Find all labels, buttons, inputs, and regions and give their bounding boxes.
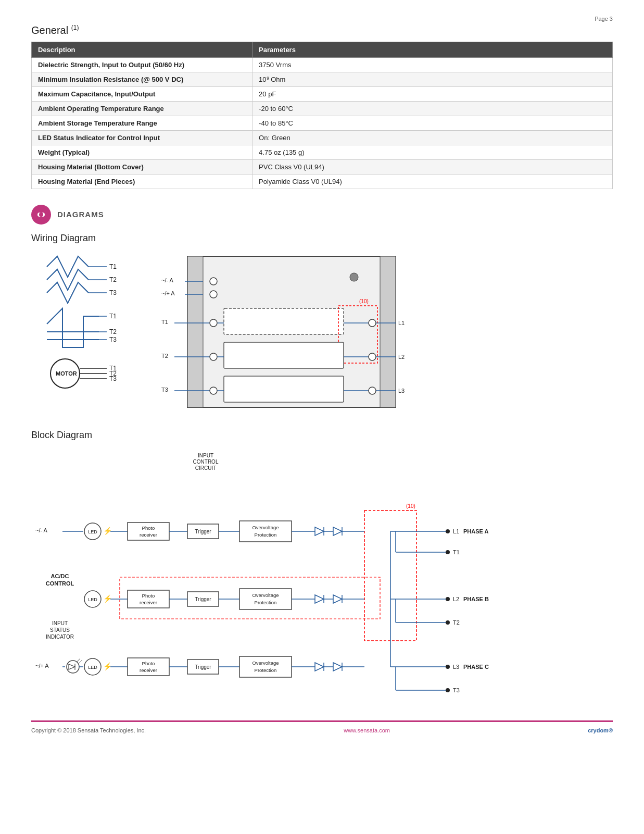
- svg-point-157: [446, 665, 450, 669]
- spec-label: Minimum Insulation Resistance (@ 500 V D…: [32, 72, 252, 86]
- svg-text:T2: T2: [109, 328, 117, 335]
- spec-label: Housing Material (Bottom Cover): [32, 159, 252, 174]
- svg-text:T3: T3: [109, 375, 117, 382]
- wiring-symbols: T1 T2 T3 T1 T2 T3 MOTOR T1 T2 T3: [31, 251, 146, 399]
- specs-table: Description Parameters Dielectric Streng…: [31, 42, 613, 189]
- svg-marker-153: [333, 663, 342, 671]
- svg-text:CONTROL: CONTROL: [193, 459, 219, 465]
- spec-label: Ambient Operating Temperature Range: [32, 101, 252, 116]
- wiring-device-diagram: ~/- A ~/+ A (10) T1 T2 T3 L1: [156, 251, 613, 414]
- svg-text:Trigger: Trigger: [195, 664, 211, 670]
- svg-text:LED: LED: [88, 529, 97, 534]
- svg-line-132: [79, 660, 82, 663]
- svg-text:L1: L1: [453, 528, 459, 534]
- svg-text:Overvoltage: Overvoltage: [252, 660, 279, 666]
- spec-value: 10⁹ Ohm: [252, 72, 613, 86]
- svg-point-115: [446, 597, 450, 601]
- svg-text:T3: T3: [109, 289, 117, 296]
- svg-point-85: [446, 529, 450, 533]
- svg-text:~/+ A: ~/+ A: [35, 663, 49, 669]
- svg-text:INDICATOR: INDICATOR: [46, 634, 74, 640]
- svg-marker-78: [315, 527, 324, 536]
- spec-value: Polyamide Class V0 (UL94): [252, 174, 613, 189]
- col-header-description: Description: [32, 42, 252, 57]
- svg-text:CIRCUIT: CIRCUIT: [195, 465, 217, 471]
- svg-rect-146: [239, 656, 292, 677]
- col-header-parameters: Parameters: [252, 42, 613, 57]
- svg-point-120: [446, 620, 450, 625]
- svg-point-55: [350, 273, 358, 281]
- svg-text:L3: L3: [453, 664, 459, 670]
- svg-marker-108: [315, 595, 324, 603]
- svg-text:~/- A: ~/- A: [161, 277, 174, 283]
- svg-text:STATUS: STATUS: [50, 627, 70, 633]
- svg-rect-30: [224, 308, 344, 334]
- svg-text:T2: T2: [453, 619, 460, 626]
- svg-text:INPUT: INPUT: [52, 620, 68, 626]
- block-diagram-heading: Block Diagram: [31, 430, 613, 441]
- svg-rect-25: [380, 256, 396, 407]
- spec-value: 20 pF: [252, 86, 613, 101]
- svg-text:CONTROL: CONTROL: [46, 580, 74, 587]
- svg-text:T1: T1: [161, 319, 168, 325]
- svg-text:LED: LED: [88, 665, 97, 670]
- svg-point-2: [39, 213, 43, 217]
- svg-point-52: [369, 319, 376, 327]
- svg-text:Protection: Protection: [255, 600, 277, 605]
- diagrams-section-header: DIAGRAMS: [31, 205, 613, 225]
- general-title: General (1): [31, 24, 613, 36]
- spec-label: LED Status Indicator for Control Input: [32, 130, 252, 145]
- svg-marker-81: [333, 527, 342, 536]
- svg-text:L3: L3: [398, 388, 405, 394]
- svg-text:T2: T2: [161, 353, 168, 359]
- svg-text:Protection: Protection: [255, 667, 277, 673]
- wiring-diagram-heading: Wiring Diagram: [31, 233, 613, 244]
- svg-text:receiver: receiver: [140, 600, 157, 605]
- svg-rect-24: [187, 256, 203, 407]
- footer: Copyright © 2018 Sensata Technologies, I…: [31, 720, 613, 733]
- svg-rect-74: [239, 521, 292, 542]
- svg-text:Protection: Protection: [255, 532, 277, 538]
- spec-label: Weight (Typical): [32, 145, 252, 159]
- spec-value: -20 to 60°C: [252, 101, 613, 116]
- spec-label: Ambient Storage Temperature Range: [32, 116, 252, 130]
- diagrams-icon: [31, 205, 51, 225]
- svg-text:(10): (10): [406, 503, 415, 509]
- footer-brand: crydom®: [588, 727, 613, 733]
- spec-label: Housing Material (End Pieces): [32, 174, 252, 189]
- svg-text:~/- A: ~/- A: [35, 527, 48, 533]
- svg-point-90: [446, 550, 450, 554]
- svg-line-131: [77, 658, 80, 662]
- spec-value: 3750 Vrms: [252, 57, 613, 72]
- page-number: Page 3: [31, 16, 613, 22]
- svg-marker-111: [333, 595, 342, 603]
- svg-text:Overvoltage: Overvoltage: [252, 592, 279, 598]
- svg-text:L2: L2: [398, 354, 405, 360]
- spec-label: Maximum Capacitance, Input/Output: [32, 86, 252, 101]
- diagrams-title: DIAGRAMS: [57, 210, 104, 219]
- svg-text:receiver: receiver: [140, 532, 157, 538]
- svg-text:Photo: Photo: [142, 525, 155, 531]
- svg-text:T3: T3: [161, 387, 168, 393]
- svg-text:Trigger: Trigger: [195, 596, 211, 602]
- svg-point-48: [210, 291, 217, 298]
- svg-text:PHASE C: PHASE C: [463, 664, 489, 670]
- svg-text:MOTOR: MOTOR: [56, 370, 77, 377]
- svg-point-47: [210, 278, 217, 285]
- svg-text:T3: T3: [109, 336, 117, 343]
- svg-point-54: [369, 387, 376, 394]
- spec-value: -40 to 85°C: [252, 116, 613, 130]
- svg-point-50: [210, 353, 217, 360]
- spec-value: On: Green: [252, 130, 613, 145]
- footer-website[interactable]: www.sensata.com: [344, 727, 390, 733]
- footer-copyright: Copyright © 2018 Sensata Technologies, I…: [31, 727, 146, 733]
- svg-rect-33: [224, 342, 344, 368]
- svg-text:~/+ A: ~/+ A: [161, 290, 175, 296]
- svg-text:L2: L2: [453, 596, 459, 602]
- svg-text:T2: T2: [109, 276, 117, 283]
- svg-text:AC/DC: AC/DC: [51, 573, 69, 579]
- svg-point-51: [210, 387, 217, 394]
- svg-text:T1: T1: [109, 313, 117, 320]
- wiring-diagram-area: T1 T2 T3 T1 T2 T3 MOTOR T1 T2 T3: [31, 251, 613, 414]
- svg-point-53: [369, 353, 376, 360]
